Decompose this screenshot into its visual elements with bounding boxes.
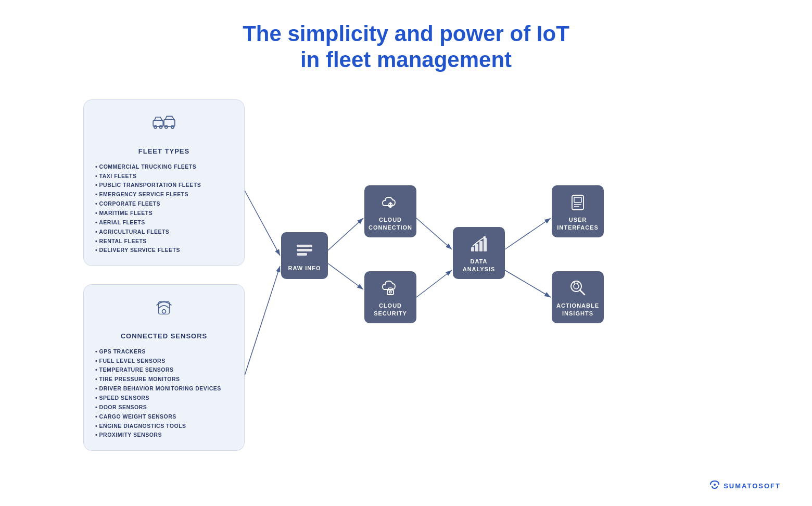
list-item: AERIAL FLEETS [95, 218, 233, 227]
list-item: EMERGENCY SERVICE FLEETS [95, 190, 233, 199]
list-item: MARITIME FLEETS [95, 209, 233, 218]
sensors-card-title: CONNECTED SENSORS [95, 332, 233, 340]
svg-rect-29 [484, 238, 487, 251]
svg-rect-19 [297, 253, 307, 256]
svg-line-7 [505, 218, 551, 249]
sensors-card-list: GPS TRACKERS FUEL LEVEL SENSORS TEMPERAT… [95, 347, 233, 440]
list-item: CORPORATE FLEETS [95, 199, 233, 209]
svg-line-37 [574, 282, 575, 284]
svg-rect-31 [574, 197, 581, 203]
list-item: DELIVERY SERVICE FLEETS [95, 246, 233, 255]
svg-rect-16 [159, 301, 170, 314]
list-item: PROXIMITY SENSORS [95, 431, 233, 440]
list-item: DRIVER BEHAVIOR MONITORING DEVICES [95, 384, 233, 394]
svg-rect-26 [471, 247, 474, 251]
fleet-card-list: COMMERCIAL TRUCKING FLEETS TAXI FLEETS P… [95, 162, 233, 255]
list-item: AGRICULTURAL FLEETS [95, 227, 233, 237]
cloud-security-node: CLOUDSECURITY [364, 271, 416, 323]
sensors-card: CONNECTED SENSORS GPS TRACKERS FUEL LEVE… [83, 284, 245, 451]
cloud-connection-label: CLOUDCONNECTION [369, 216, 412, 231]
list-item: TEMPERATURE SENSORS [95, 365, 233, 375]
fleet-card-title: FLEET TYPES [95, 147, 233, 155]
raw-info-label: RAW INFO [288, 264, 321, 272]
svg-point-11 [159, 125, 162, 128]
logo-icon [709, 479, 720, 493]
list-item: COMMERCIAL TRUCKING FLEETS [95, 162, 233, 172]
svg-point-23 [389, 291, 391, 293]
list-item: CARGO WEIGHT SENSORS [95, 412, 233, 422]
svg-point-10 [154, 125, 157, 128]
data-analysis-node: DATAANALYSIS [453, 227, 505, 279]
fleet-icon [95, 110, 233, 143]
svg-line-1 [245, 191, 280, 256]
list-item: DOOR SENSORS [95, 403, 233, 412]
logo-text: SUMATOSOFT [724, 482, 781, 490]
fleet-card: FLEET TYPES COMMERCIAL TRUCKING FLEETS T… [83, 99, 245, 266]
page-title: The simplicity and power of IoT in fleet… [0, 0, 812, 73]
svg-line-5 [416, 218, 452, 249]
svg-line-8 [505, 270, 551, 297]
page-wrapper: The simplicity and power of IoT in fleet… [0, 0, 812, 506]
logo: SUMATOSOFT [709, 479, 781, 493]
svg-rect-17 [297, 245, 312, 247]
diagram-area: FLEET TYPES COMMERCIAL TRUCKING FLEETS T… [0, 84, 812, 506]
sensors-icon [95, 295, 233, 328]
raw-info-node: RAW INFO [281, 232, 328, 279]
svg-rect-27 [475, 244, 478, 251]
svg-rect-28 [479, 241, 483, 251]
cloud-security-label: CLOUDSECURITY [374, 302, 407, 317]
svg-line-38 [577, 282, 578, 284]
cloud-connection-node: CLOUDCONNECTION [364, 185, 416, 237]
svg-line-36 [580, 290, 585, 295]
list-item: TAXI FLEETS [95, 172, 233, 181]
list-item: SPEED SENSORS [95, 394, 233, 403]
list-item: GPS TRACKERS [95, 347, 233, 357]
actionable-insights-label: ACTIONABLEINSIGHTS [556, 302, 599, 317]
svg-point-14 [171, 125, 174, 128]
list-item: TIRE PRESSURE MONITORS [95, 375, 233, 384]
svg-line-3 [328, 218, 363, 250]
list-item: FUEL LEVEL SENSORS [95, 357, 233, 366]
data-analysis-label: DATAANALYSIS [463, 258, 496, 273]
list-item: ENGINE DIAGNOSTICS TOOLS [95, 422, 233, 431]
actionable-insights-node: ACTIONABLEINSIGHTS [552, 271, 604, 323]
user-interfaces-label: USERINTERFACES [557, 216, 599, 231]
user-interfaces-node: USERINTERFACES [552, 185, 604, 237]
svg-point-39 [714, 484, 716, 486]
svg-line-2 [245, 266, 280, 375]
svg-point-15 [162, 310, 166, 313]
svg-line-4 [328, 263, 363, 289]
svg-rect-18 [297, 249, 312, 251]
list-item: PUBLIC TRANSPORTATION FLEETS [95, 181, 233, 190]
svg-line-6 [416, 270, 452, 297]
svg-point-35 [574, 284, 579, 289]
list-item: RENTAL FLEETS [95, 237, 233, 246]
svg-point-13 [165, 125, 168, 128]
